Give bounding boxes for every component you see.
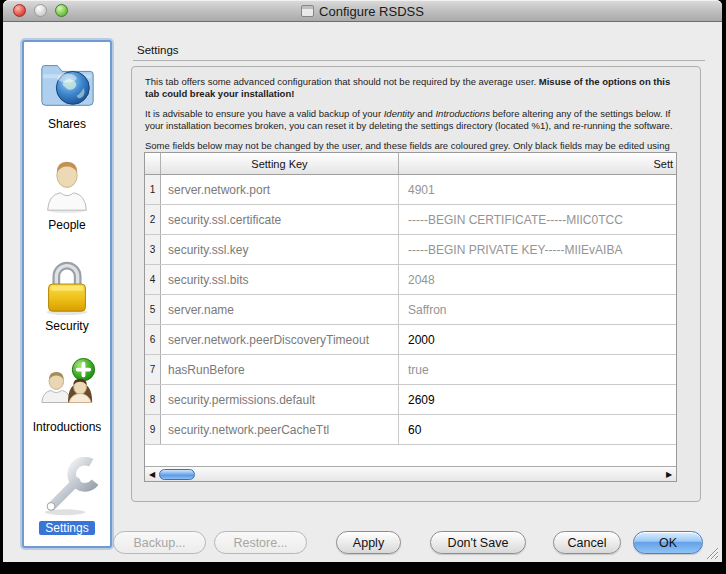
setting-key-header: Setting Key bbox=[161, 153, 399, 174]
row-number: 2 bbox=[145, 205, 161, 234]
resize-grip[interactable] bbox=[704, 545, 719, 560]
category-sidebar: Shares People Security bbox=[22, 40, 112, 548]
row-number: 4 bbox=[145, 265, 161, 294]
setting-value-cell[interactable]: 60 bbox=[399, 415, 676, 444]
row-number: 9 bbox=[145, 415, 161, 444]
sidebar-item-label: Settings bbox=[39, 521, 94, 535]
apply-button[interactable]: Apply bbox=[336, 531, 401, 554]
section-separator bbox=[133, 60, 705, 61]
padlock-icon bbox=[36, 255, 98, 317]
row-number: 5 bbox=[145, 295, 161, 324]
setting-value-cell[interactable]: -----BEGIN PRIVATE KEY-----MIIEvAIBA bbox=[399, 235, 676, 264]
table-row[interactable]: 1 server.network.port 4901 bbox=[145, 175, 676, 205]
setting-key-cell[interactable]: security.network.peerCacheTtl bbox=[161, 415, 399, 444]
table-header-row: Setting Key Sett bbox=[145, 153, 676, 175]
setting-value-cell[interactable]: 2609 bbox=[399, 385, 676, 414]
scroll-left-arrow-icon[interactable]: ◀ bbox=[146, 467, 158, 481]
sidebar-item-security[interactable]: Security bbox=[24, 244, 110, 345]
ok-button[interactable]: OK bbox=[633, 531, 703, 554]
person-icon bbox=[36, 154, 98, 216]
notice-paragraph-1: This tab offers some advanced configurat… bbox=[145, 76, 687, 100]
setting-key-cell[interactable]: security.ssl.certificate bbox=[161, 205, 399, 234]
zoom-button[interactable] bbox=[55, 4, 68, 17]
horizontal-scrollbar[interactable]: ◀ ▶ bbox=[145, 466, 676, 481]
setting-key-cell[interactable]: server.name bbox=[161, 295, 399, 324]
window-proxy-icon bbox=[301, 5, 314, 17]
table-row[interactable]: 3 security.ssl.key -----BEGIN PRIVATE KE… bbox=[145, 235, 676, 265]
table-row[interactable]: 6 server.network.peerDiscoveryTimeout 20… bbox=[145, 325, 676, 355]
table-row[interactable]: 4 security.ssl.bits 2048 bbox=[145, 265, 676, 295]
setting-value-cell[interactable]: 2048 bbox=[399, 265, 676, 294]
table-row[interactable]: 7 hasRunBefore true bbox=[145, 355, 676, 385]
setting-value-cell[interactable]: -----BEGIN CERTIFICATE-----MIIC0TCC bbox=[399, 205, 676, 234]
row-number-header bbox=[145, 153, 161, 174]
sidebar-item-shares[interactable]: Shares bbox=[24, 42, 110, 143]
row-number: 1 bbox=[145, 175, 161, 204]
title-bar[interactable]: Configure RSDSS bbox=[3, 0, 722, 22]
cancel-button[interactable]: Cancel bbox=[553, 531, 621, 554]
wrench-icon bbox=[36, 457, 98, 519]
table-row[interactable]: 2 security.ssl.certificate -----BEGIN CE… bbox=[145, 205, 676, 235]
sidebar-item-label: Shares bbox=[48, 117, 86, 131]
sidebar-item-label: Security bbox=[45, 319, 88, 333]
setting-key-cell[interactable]: security.ssl.key bbox=[161, 235, 399, 264]
window-title: Configure RSDSS bbox=[319, 4, 424, 19]
settings-table: Setting Key Sett 1 server.network.port 4… bbox=[144, 152, 677, 482]
people-add-icon bbox=[36, 356, 98, 418]
row-number: 7 bbox=[145, 355, 161, 384]
sidebar-item-settings[interactable]: Settings bbox=[24, 445, 110, 546]
section-title: Settings bbox=[137, 44, 179, 56]
row-number: 8 bbox=[145, 385, 161, 414]
sidebar-item-people[interactable]: People bbox=[24, 143, 110, 244]
shares-folder-globe-icon bbox=[36, 53, 98, 115]
restore-button[interactable]: Restore... bbox=[214, 531, 307, 554]
setting-value-cell[interactable]: 4901 bbox=[399, 175, 676, 204]
table-row[interactable]: 8 security.permissions.default 2609 bbox=[145, 385, 676, 415]
sidebar-item-label: People bbox=[48, 218, 85, 232]
table-row[interactable]: 9 security.network.peerCacheTtl 60 bbox=[145, 415, 676, 445]
dont-save-button[interactable]: Don't Save bbox=[430, 531, 526, 554]
setting-value-header: Sett bbox=[399, 153, 676, 174]
backup-button[interactable]: Backup... bbox=[113, 531, 206, 554]
row-number: 3 bbox=[145, 235, 161, 264]
setting-key-cell[interactable]: hasRunBefore bbox=[161, 355, 399, 384]
row-number: 6 bbox=[145, 325, 161, 354]
scroll-right-arrow-icon[interactable]: ▶ bbox=[663, 467, 675, 481]
setting-value-cell[interactable]: true bbox=[399, 355, 676, 384]
settings-panel: This tab offers some advanced configurat… bbox=[131, 66, 701, 502]
minimize-button[interactable] bbox=[34, 4, 47, 17]
sidebar-item-introductions[interactable]: Introductions bbox=[24, 344, 110, 445]
setting-key-cell[interactable]: security.permissions.default bbox=[161, 385, 399, 414]
setting-value-cell[interactable]: Saffron bbox=[399, 295, 676, 324]
close-button[interactable] bbox=[13, 4, 26, 17]
setting-key-cell[interactable]: security.ssl.bits bbox=[161, 265, 399, 294]
notice-paragraph-2: It is advisable to ensure you have a val… bbox=[145, 108, 687, 132]
setting-key-cell[interactable]: server.network.peerDiscoveryTimeout bbox=[161, 325, 399, 354]
table-row[interactable]: 5 server.name Saffron bbox=[145, 295, 676, 325]
advanced-warning-text: This tab offers some advanced configurat… bbox=[132, 67, 700, 164]
sidebar-item-label: Introductions bbox=[33, 420, 102, 434]
setting-value-cell[interactable]: 2000 bbox=[399, 325, 676, 354]
table-empty-area bbox=[145, 445, 676, 466]
scrollbar-thumb[interactable] bbox=[159, 469, 195, 480]
setting-key-cell[interactable]: server.network.port bbox=[161, 175, 399, 204]
configure-rsdss-window: Configure RSDSS Shares bbox=[3, 0, 722, 562]
